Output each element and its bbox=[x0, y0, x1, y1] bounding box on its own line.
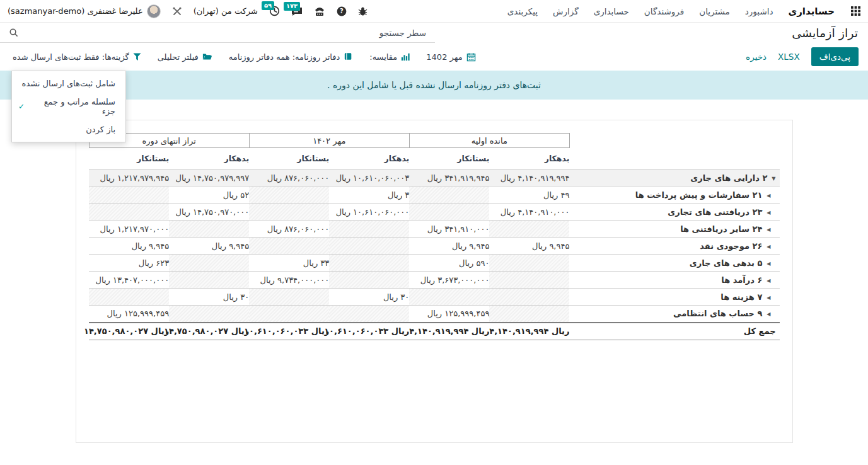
book-icon bbox=[344, 52, 353, 61]
pdf-button[interactable]: پی‌دی‌اف bbox=[811, 47, 859, 66]
amount-cell: ۶۲۳ ریال bbox=[89, 255, 169, 272]
account-name-cell[interactable]: ◀۶ درآمد ها bbox=[569, 272, 779, 289]
account-name-cell[interactable]: ◀۲۴ سایر دریافتنی ها bbox=[569, 221, 779, 238]
xlsx-button[interactable]: XLSX bbox=[778, 52, 800, 62]
activities-badge: ۵۹ bbox=[262, 1, 274, 10]
app-name[interactable]: حسابداری bbox=[788, 6, 835, 17]
options-menu-item-label: سلسله مراتب و جمع جزء bbox=[28, 97, 115, 116]
amount-cell: ۱۲۵,۹۹۹,۴۵۹ ریال bbox=[89, 306, 169, 323]
messages-icon[interactable]: ۱۷۳ bbox=[291, 6, 303, 16]
total-amount-cell: ریال ۱۰,۶۱۰,۰۶۰,۰۳۳ bbox=[249, 323, 329, 340]
page-title: تراز آزمایشی bbox=[792, 26, 868, 40]
filter-folder[interactable]: فیلتر تحلیلی bbox=[158, 52, 212, 62]
amount-cell bbox=[409, 289, 489, 306]
info-banner-text: ثبت‌های دفتر روزنامه ارسال نشده قبل یا ش… bbox=[327, 80, 541, 90]
amount-cell bbox=[249, 187, 329, 204]
caret-left-icon[interactable]: ◀ bbox=[767, 278, 770, 284]
options-menu-item-label: باز کردن bbox=[86, 125, 115, 134]
account-name-cell[interactable]: ◀۲۱ سفارشات و پیش پرداخت ها bbox=[569, 187, 779, 204]
report-buttons: پی‌دی‌اف XLSX ذخیره bbox=[746, 47, 859, 66]
account-row-6: ◀۶ درآمد ها۳,۶۷۳,۰۰۰,۰۰۰ ریال۹,۷۳۴,۰۰۰,۰… bbox=[89, 272, 780, 289]
save-button[interactable]: ذخیره bbox=[746, 52, 767, 62]
caret-down-icon[interactable]: ▼ bbox=[772, 176, 775, 181]
amount-cell: ۳,۶۷۳,۰۰۰,۰۰۰ ریال bbox=[409, 272, 489, 289]
amount-cell: ۸۷۶,۰۶۰,۰۰۰ ریال bbox=[249, 169, 329, 187]
account-row-1: ◀۲۱ سفارشات و پیش پرداخت ها۴۹ ریال۳ ریال… bbox=[89, 187, 780, 204]
breadcrumb-area: تراز آزمایشی bbox=[435, 23, 868, 43]
amount-cell: ۹,۷۳۴,۰۰۰,۰۰۰ ریال bbox=[249, 272, 329, 289]
menu-item-1[interactable]: مشتریان bbox=[699, 6, 730, 16]
bug-icon[interactable] bbox=[358, 6, 367, 16]
caret-left-icon[interactable]: ◀ bbox=[767, 244, 770, 250]
credit-header: بستانکار bbox=[249, 148, 329, 169]
amount-cell: ۳ ریال bbox=[329, 187, 409, 204]
account-name-cell[interactable]: ◀۵ بدهی های جاری bbox=[569, 255, 779, 272]
phone-icon[interactable] bbox=[314, 6, 325, 16]
activities-clock-icon[interactable]: ۵۹ bbox=[269, 6, 280, 16]
caret-left-icon[interactable]: ◀ bbox=[767, 193, 770, 198]
user-menu[interactable]: علیرضا غضنفری (sazmanyar-demo) bbox=[8, 4, 161, 18]
amount-cell: ۸۷۶,۰۶۰,۰۰۰ ریال bbox=[249, 221, 329, 238]
account-name: ۹ حساب های انتظامی bbox=[673, 309, 762, 318]
caret-left-icon[interactable]: ◀ bbox=[767, 295, 770, 301]
account-row-2: ◀۲۳ دریافتنی های تجاری۴,۱۴۰,۹۱۰,۰۰۰ ریال… bbox=[89, 204, 780, 221]
search-icon[interactable] bbox=[9, 28, 18, 37]
account-name-cell[interactable]: ◀۹ حساب های انتظامی bbox=[569, 306, 779, 323]
amount-cell bbox=[329, 255, 409, 272]
filter-bar-chart[interactable]: مقایسه: bbox=[369, 52, 410, 62]
amount-cell: ۱۲۵,۹۹۹,۴۵۹ ریال bbox=[409, 306, 489, 323]
help-icon[interactable]: ? bbox=[337, 6, 347, 16]
filter-funnel[interactable]: گزینه‌ها: فقط ثبت‌های ارسال شده bbox=[13, 52, 141, 62]
filter-calendar[interactable]: مهر 1402 bbox=[426, 52, 475, 62]
amount-cell: ۳۳ ریال bbox=[249, 255, 329, 272]
filter-label: گزینه‌ها: فقط ثبت‌های ارسال شده bbox=[13, 52, 129, 62]
total-amount-cell: ریال ۴,۱۴۰,۹۱۹,۹۹۴ bbox=[409, 323, 489, 340]
amount-cell: ۳۰ ریال bbox=[169, 289, 249, 306]
filter-book[interactable]: دفاتر روزنامه: همه دفاتر روزنامه bbox=[229, 52, 353, 62]
account-name-cell[interactable]: ◀۷ هزینه ها bbox=[569, 289, 779, 306]
caret-left-icon[interactable]: ◀ bbox=[767, 311, 770, 317]
check-icon: ✓ bbox=[18, 102, 25, 111]
amount-cell bbox=[169, 221, 249, 238]
tools-icon[interactable] bbox=[172, 6, 182, 16]
account-name: ۶ درآمد ها bbox=[721, 275, 762, 285]
account-name-cell[interactable]: ◀۲۶ موجودی نقد bbox=[569, 238, 779, 255]
menu-item-3[interactable]: حسابداری bbox=[594, 6, 629, 16]
search-bar[interactable]: سطر جستجو bbox=[0, 23, 435, 43]
amount-cell bbox=[89, 204, 169, 221]
account-name-cell[interactable]: ◀۲۳ دریافتنی های تجاری bbox=[569, 204, 779, 221]
total-row: جمع کلریال ۴,۱۴۰,۹۱۹,۹۹۴ریال ۴,۱۴۰,۹۱۹,۹… bbox=[89, 323, 780, 340]
apps-grid-icon[interactable] bbox=[851, 6, 860, 16]
amount-cell: ۱۴,۷۵۰,۹۷۰,۰۰۰ ریال bbox=[169, 204, 249, 221]
debit-header: بدهکار bbox=[329, 148, 409, 169]
amount-cell bbox=[409, 187, 489, 204]
caret-left-icon[interactable]: ◀ bbox=[767, 227, 770, 233]
options-menu-item-2[interactable]: باز کردن bbox=[12, 120, 125, 139]
menu-item-0[interactable]: داشبورد bbox=[745, 6, 773, 16]
caret-left-icon[interactable]: ◀ bbox=[767, 261, 770, 267]
account-row-4: ◀۲۶ موجودی نقد۹,۹۴۵ ریال۹,۹۴۵ ریال۹,۹۴۵ … bbox=[89, 238, 780, 255]
search-input[interactable]: سطر جستجو bbox=[379, 28, 426, 38]
account-name-cell[interactable]: ▼۲ دارایی های جاری bbox=[569, 169, 779, 187]
account-name: ۲۶ موجودی نقد bbox=[700, 241, 762, 251]
account-name: ۷ هزینه ها bbox=[720, 292, 762, 302]
menu-item-2[interactable]: فروشندگان bbox=[644, 6, 684, 16]
amount-cell bbox=[89, 187, 169, 204]
menu-item-4[interactable]: گزارش bbox=[553, 6, 579, 16]
amount-cell bbox=[249, 289, 329, 306]
amount-cell: ۹,۹۴۵ ریال bbox=[489, 238, 569, 255]
funnel-icon bbox=[133, 53, 141, 61]
user-avatar bbox=[147, 4, 161, 18]
options-menu-item-1[interactable]: سلسله مراتب و جمع جزء✓ bbox=[12, 93, 125, 120]
options-menu-item-0[interactable]: شامل ثبت‌های ارسال نشده bbox=[12, 74, 125, 93]
amount-cell: ۴,۱۴۰,۹۱۹,۹۹۴ ریال bbox=[489, 169, 569, 187]
company-switcher[interactable]: شرکت من (تهران) bbox=[194, 6, 258, 16]
caret-left-icon[interactable]: ◀ bbox=[767, 210, 770, 215]
filter-label: دفاتر روزنامه: همه دفاتر روزنامه bbox=[229, 52, 340, 62]
info-banner: ثبت‌های دفتر روزنامه ارسال نشده قبل یا ش… bbox=[0, 71, 868, 100]
amount-cell bbox=[329, 221, 409, 238]
account-row-0: ▼۲ دارایی های جاری۴,۱۴۰,۹۱۹,۹۹۴ ریال۳۴۱,… bbox=[89, 169, 780, 187]
menu-item-5[interactable]: پیکربندی bbox=[507, 6, 538, 16]
column-group-header-row: مانده اولیه مهر ۱۴۰۲ تراز انتهای دوره bbox=[89, 134, 780, 148]
bar-chart-icon bbox=[401, 52, 410, 61]
